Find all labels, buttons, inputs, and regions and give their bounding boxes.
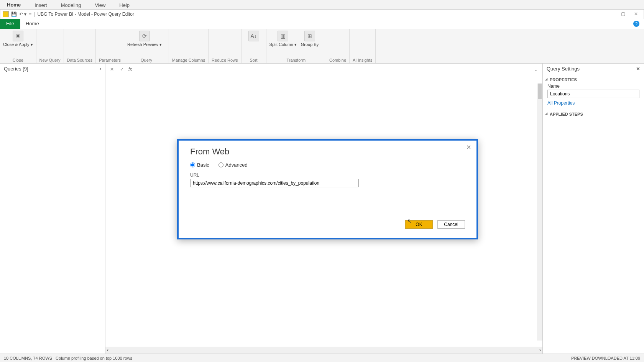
ok-button[interactable]: OK [405,220,433,229]
ribbon-tabs: File Home ? [0,19,644,29]
maximize-icon[interactable]: ▢ [618,11,628,17]
query-settings-pane: Query Settings✕ PROPERTIES Name All Prop… [542,64,644,354]
minimize-icon[interactable]: — [605,11,615,17]
ribbon: ✖Close & Apply ▾Close New Query Data Sou… [0,29,644,64]
cancel-button[interactable]: Cancel [437,220,465,229]
window-title: UBG To Power BI - Model - Power Query Ed… [37,11,134,17]
top-menu-view[interactable]: View [92,1,108,9]
collapse-icon[interactable]: ‹ [100,66,101,72]
accept-formula-icon[interactable]: ✓ [118,67,125,72]
titlebar: 💾 ↶ ▾ = | UBG To Power BI - Model - Powe… [0,9,644,19]
query-name-input[interactable] [547,90,639,98]
refresh-preview-button[interactable]: ⟳Refresh Preview ▾ [127,31,162,47]
url-label: URL [190,172,465,178]
formula-bar[interactable]: ✕ ✓ fx ⌄ [105,64,542,75]
cancel-formula-icon[interactable]: ✕ [108,67,115,72]
top-menu-modeling[interactable]: Modeling [58,1,84,9]
dialog-close-icon[interactable]: ✕ [466,144,471,151]
horizontal-scrollbar[interactable]: ‹› [105,347,542,354]
undo-icon[interactable]: ↶ ▾ [19,11,26,17]
top-menu-insert[interactable]: Insert [31,1,50,9]
top-menu-home[interactable]: Home [4,1,24,10]
top-menu-help[interactable]: Help [116,1,133,9]
pbi-logo-icon [3,11,9,17]
applied-steps-section[interactable]: APPLIED STEPS [543,109,644,118]
url-input[interactable] [190,179,359,187]
app-top-menu: HomeInsertModelingViewHelp [0,0,644,9]
basic-radio[interactable]: Basic [190,162,209,168]
file-tab[interactable]: File [0,19,20,29]
vertical-scrollbar[interactable] [537,84,542,341]
close-icon[interactable]: ✕ [631,11,641,17]
statusbar: 10 COLUMNS, 74 ROWS Column profiling bas… [0,354,644,362]
advanced-radio[interactable]: Advanced [219,162,248,168]
close-apply-button[interactable]: ✖Close & Apply ▾ [3,31,33,47]
dialog-title: From Web [190,147,465,157]
split-column-button[interactable]: ▥Split Column ▾ [269,31,297,47]
queries-title: Queries [9] [4,66,28,72]
formula-expand-icon[interactable]: ⌄ [532,67,539,72]
all-properties-link[interactable]: All Properties [543,100,644,109]
name-label: Name [543,84,644,90]
help-icon[interactable]: ? [633,21,639,27]
group-by-button[interactable]: ⊞Group By [301,31,319,47]
ribbon-tab-home[interactable]: Home [20,19,44,29]
sort-asc-button[interactable]: A↓ [245,31,263,41]
properties-section[interactable]: PROPERTIES [543,74,644,84]
save-icon[interactable]: 💾 [11,11,17,17]
fx-icon[interactable]: fx [128,67,132,72]
from-web-dialog: ✕ From Web Basic Advanced URL OK Cancel [177,139,478,239]
queries-pane: Queries [9]‹ [0,64,105,354]
close-settings-icon[interactable]: ✕ [636,66,640,72]
